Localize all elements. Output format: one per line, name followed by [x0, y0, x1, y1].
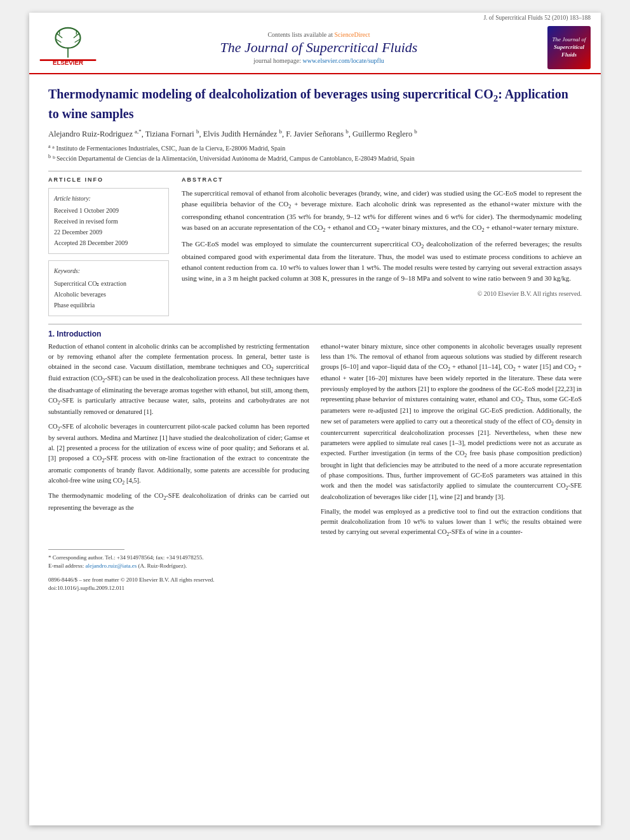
header-center: Contents lists available at ScienceDirec…: [97, 31, 541, 64]
article-info-heading: ARTICLE INFO: [48, 177, 169, 183]
article-info-abstract: ARTICLE INFO Article history: Received 1…: [48, 177, 582, 316]
affiliations: a ᵃ Instituto de Fermentaciones Industri…: [48, 143, 582, 164]
keywords-box: Keywords: Supercritical CO₂ extraction A…: [48, 260, 169, 316]
journal-homepage: journal homepage: www.elsevier.com/locat…: [97, 57, 541, 64]
intro-para-5: Finally, the model was employed as a pre…: [321, 507, 582, 539]
history-label: Article history:: [54, 194, 163, 204]
divider-2: [48, 324, 582, 324]
issue-line: J. of Supercritical Fluids 52 (2010) 183…: [29, 13, 601, 21]
abstract-text: The supercritical removal of ethanol fro…: [182, 188, 582, 299]
keywords-label: Keywords:: [54, 266, 163, 276]
authors: Alejandro Ruiz-Rodriguez a,*, Tiziana Fo…: [48, 128, 582, 139]
keyword-3: Phase equilibria: [54, 302, 95, 309]
intro-para-3: The thermodynamic modeling of the CO2-SF…: [48, 491, 309, 513]
svg-text:ELSEVIER: ELSEVIER: [53, 59, 83, 66]
intro-left-col: Reduction of ethanol content in alcoholi…: [48, 342, 309, 543]
sciencedirect-link[interactable]: ScienceDirect: [334, 31, 370, 38]
article-body: Thermodynamic modeling of dealcoholizati…: [29, 74, 601, 606]
keyword-2: Alcoholic beverages: [54, 291, 106, 298]
abstract-col: ABSTRACT The supercritical removal of et…: [182, 177, 582, 316]
affiliation-a: ᵃ Instituto de Fermentaciones Industrial…: [52, 145, 285, 152]
corresponding-author: * Corresponding author. Tel.: +34 914978…: [48, 554, 582, 563]
article-title: Thermodynamic modeling of dealcoholizati…: [48, 86, 582, 122]
intro-left-text: Reduction of ethanol content in alcoholi…: [48, 342, 309, 513]
issn-line: 0896-8446/$ – see front matter © 2010 El…: [48, 576, 582, 585]
doi-line: doi:10.1016/j.supflu.2009.12.011: [48, 584, 582, 593]
footnotes: * Corresponding author. Tel.: +34 914978…: [48, 554, 582, 571]
svg-point-1: [56, 28, 81, 48]
journal-logo-right: The Journal ofSupercriticalFluids: [547, 26, 591, 69]
homepage-url[interactable]: www.elsevier.com/locate/supflu: [303, 57, 384, 64]
page: J. of Supercritical Fluids 52 (2010) 183…: [29, 13, 601, 825]
issue-reference: J. of Supercritical Fluids 52 (2010) 183…: [483, 15, 591, 21]
article-info-col: ARTICLE INFO Article history: Received 1…: [48, 177, 169, 316]
intro-body: Reduction of ethanol content in alcoholi…: [48, 342, 582, 543]
keyword-1: Supercritical CO₂ extraction: [54, 280, 126, 287]
intro-para-1: Reduction of ethanol content in alcoholi…: [48, 342, 309, 418]
journal-header: ELSEVIER Contents lists available at Sci…: [29, 21, 601, 74]
intro-right-text: ethanol+water binary mixture, since othe…: [321, 342, 582, 539]
journal-title: The Journal of Supercritical Fluids: [97, 39, 541, 56]
sciencedirect-line: Contents lists available at ScienceDirec…: [97, 31, 541, 38]
intro-right-col: ethanol+water binary mixture, since othe…: [321, 342, 582, 543]
copyright-footnote: 0896-8446/$ – see front matter © 2010 El…: [48, 576, 582, 593]
abstract-para-2: The GC-EoS model was employed to simulat…: [182, 239, 582, 284]
article-info-box: Article history: Received 1 October 2009…: [48, 188, 169, 254]
copyright: © 2010 Elsevier B.V. All rights reserved…: [182, 289, 582, 299]
intro-para-4: ethanol+water binary mixture, since othe…: [321, 342, 582, 503]
abstract-heading: ABSTRACT: [182, 177, 582, 183]
elsevier-logo: ELSEVIER: [39, 27, 90, 69]
abstract-para-1: The supercritical removal of ethanol fro…: [182, 188, 582, 235]
footnote-divider: [48, 549, 124, 550]
received-date: Received 1 October 2009: [54, 207, 119, 214]
revised-text: Received in revised form22 December 2009: [54, 218, 118, 236]
accepted-date: Accepted 28 December 2009: [54, 239, 128, 246]
divider-1: [48, 171, 582, 171]
sciencedirect-text: Contents lists available at: [267, 31, 332, 38]
email-address: E-mail address: alejandro.ruiz@iata.es (…: [48, 562, 582, 571]
intro-heading: 1. Introduction: [48, 330, 582, 338]
affiliation-b: ᵇ Sección Departamental de Ciencias de l…: [53, 155, 415, 162]
intro-para-2: CO2-SFE of alcoholic beverages in counte…: [48, 422, 309, 488]
intro-section: 1. Introduction Reduction of ethanol con…: [48, 330, 582, 543]
